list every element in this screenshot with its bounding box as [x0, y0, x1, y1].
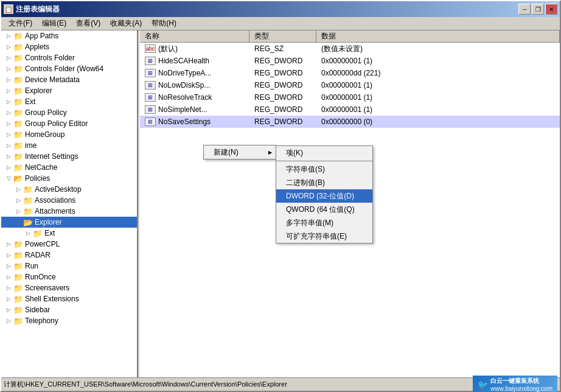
- tree-toggle-radar[interactable]: ▷: [4, 250, 13, 260]
- menu-bar: 文件(F) 编辑(E) 查看(V) 收藏夹(A) 帮助(H): [1, 17, 560, 30]
- reg-cell-type-nosimplenet: REG_DWORD: [249, 105, 316, 114]
- reg-cell-name-default: abc (默认): [140, 43, 249, 55]
- tree-toggle-homegroup[interactable]: ▷: [4, 130, 13, 139]
- tree-item-telephony[interactable]: ▷ 📁 Telephony: [1, 315, 137, 326]
- tree-item-screensavers[interactable]: ▷ 📁 Screensavers: [1, 282, 137, 293]
- reg-row-nolowdisksp[interactable]: ⊞ NoLowDiskSp... REG_DWORD 0x00000001 (1…: [140, 79, 560, 91]
- folder-icon-homegroup: 📁: [13, 130, 23, 139]
- tree-toggle-app-paths[interactable]: ▷: [4, 31, 13, 41]
- reg-row-nodrivetypea[interactable]: ⊞ NoDriveTypeA... REG_DWORD 0x000000dd (…: [140, 67, 560, 79]
- tree-item-app-paths[interactable]: ▷ 📁 App Paths: [1, 30, 137, 41]
- folder-icon-telephony: 📁: [13, 317, 23, 325]
- reg-icon-dword-4: ⊞: [145, 93, 156, 102]
- main-content: ▷ 📁 App Paths ▷ 📁 Applets ▷ 📁 Controls F…: [1, 30, 560, 377]
- close-button[interactable]: ✕: [545, 4, 557, 15]
- menu-help[interactable]: 帮助(H): [147, 17, 181, 30]
- tree-item-controls-wow64[interactable]: ▷ 📁 Controls Folder (Wow64: [1, 63, 137, 74]
- menu-file[interactable]: 文件(F): [4, 17, 37, 30]
- tree-toggle-run[interactable]: ▷: [4, 261, 13, 271]
- tree-item-group-policy-editor[interactable]: ▷ 📁 Group Policy Editor: [1, 118, 137, 129]
- logo-text: 白云一键重装系统 www.baiyunxitong.com: [490, 377, 552, 392]
- tree-item-internet-settings[interactable]: ▷ 📁 Internet Settings: [1, 151, 137, 162]
- tree-toggle-device-metadata[interactable]: ▷: [4, 75, 13, 85]
- menu-edit[interactable]: 编辑(E): [37, 17, 71, 30]
- tree-item-powercpl[interactable]: ▷ 📁 PowerCPL: [1, 239, 137, 250]
- window-icon: 📋: [4, 4, 13, 14]
- tree-item-controls-folder[interactable]: ▷ 📁 Controls Folder: [1, 52, 137, 63]
- tree-item-active-desktop[interactable]: ▷ 📁 ActiveDesktop: [1, 184, 137, 195]
- folder-icon-policies-ext: 📁: [33, 229, 43, 237]
- tree-item-attachments[interactable]: ▷ 📁 Attachments: [1, 206, 137, 217]
- tree-toggle-screensavers[interactable]: ▷: [4, 283, 13, 293]
- tree-toggle-ime[interactable]: ▷: [4, 141, 13, 150]
- tree-toggle-controls-wow64[interactable]: ▷: [4, 64, 13, 74]
- tree-toggle-policies-ext[interactable]: ▷: [23, 228, 33, 238]
- minimize-button[interactable]: ─: [518, 4, 531, 15]
- restore-button[interactable]: ❐: [532, 4, 544, 15]
- reg-cell-name-nosavesettings: ⊞ NoSaveSettings: [140, 117, 249, 127]
- tree-toggle-ext[interactable]: ▷: [4, 97, 13, 107]
- status-path: 计算机\HKEY_CURRENT_USER\Software\Microsoft…: [4, 380, 287, 389]
- tree-item-policies-ext[interactable]: ▷ 📁 Ext: [1, 228, 137, 239]
- tree-toggle-associations[interactable]: ▷: [13, 195, 23, 205]
- tree-toggle-group-policy-editor[interactable]: ▷: [4, 119, 13, 128]
- reg-row-nosavesettings[interactable]: ⊞ NoSaveSettings REG_DWORD 0x00000000 (0…: [140, 116, 560, 128]
- tree-toggle-shell-extensions[interactable]: ▷: [4, 294, 13, 304]
- reg-row-noresolvetrack[interactable]: ⊞ NoResolveTrack REG_DWORD 0x00000001 (1…: [140, 91, 560, 103]
- reg-cell-data-nolowdisksp: 0x00000001 (1): [316, 80, 560, 90]
- registry-panel: 名称 类型 数据 abc (默认) REG_SZ (数值未设置): [140, 30, 560, 377]
- reg-cell-type-default: REG_SZ: [249, 44, 316, 54]
- reg-cell-type-hidescahealth: REG_DWORD: [249, 56, 316, 66]
- tree-toggle-applets[interactable]: ▷: [4, 42, 13, 52]
- reg-icon-dword-6: ⊞: [145, 117, 156, 126]
- reg-cell-name-nolowdisksp: ⊞ NoLowDiskSp...: [140, 80, 249, 90]
- reg-cell-name-noresolvetrack: ⊞ NoResolveTrack: [140, 93, 249, 102]
- tree-toggle-attachments[interactable]: ▷: [13, 206, 23, 216]
- tree-toggle-group-policy[interactable]: ▷: [4, 108, 13, 117]
- tree-item-sidebar[interactable]: ▷ 📁 Sidebar: [1, 304, 137, 315]
- folder-icon-associations: 📁: [23, 196, 33, 205]
- reg-cell-type-nosavesettings: REG_DWORD: [249, 117, 316, 127]
- tree-item-policies-explorer[interactable]: ▽ 📂 Explorer: [1, 217, 137, 228]
- tree-toggle-sidebar[interactable]: ▷: [4, 305, 13, 315]
- col-header-name: 名称: [140, 30, 249, 42]
- tree-item-runonce[interactable]: ▷ 📁 RunOnce: [1, 271, 137, 282]
- reg-row-hidescahealth[interactable]: ⊞ HideSCAHealth REG_DWORD 0x00000001 (1): [140, 55, 560, 67]
- tree-toggle-powercpl[interactable]: ▷: [4, 239, 13, 249]
- tree-item-ext[interactable]: ▷ 📁 Ext: [1, 96, 137, 107]
- tree-item-run[interactable]: ▷ 📁 Run: [1, 261, 137, 271]
- folder-icon-controls-wow64: 📁: [13, 65, 23, 73]
- menu-view[interactable]: 查看(V): [71, 17, 105, 30]
- tree-item-shell-extensions[interactable]: ▷ 📁 Shell Extensions: [1, 293, 137, 304]
- tree-toggle-runonce[interactable]: ▷: [4, 272, 13, 282]
- registry-header: 名称 类型 数据: [140, 30, 560, 43]
- tree-item-device-metadata[interactable]: ▷ 📁 Device Metadata: [1, 74, 137, 85]
- tree-item-radar[interactable]: ▷ 📁 RADAR: [1, 250, 137, 261]
- reg-cell-name-nodrivetypea: ⊞ NoDriveTypeA...: [140, 68, 249, 78]
- tree-toggle-controls-folder[interactable]: ▷: [4, 53, 13, 63]
- reg-icon-dword-3: ⊞: [145, 81, 156, 89]
- tree-panel[interactable]: ▷ 📁 App Paths ▷ 📁 Applets ▷ 📁 Controls F…: [1, 30, 138, 377]
- tree-toggle-policies[interactable]: ▽: [4, 173, 13, 183]
- tree-toggle-explorer[interactable]: ▷: [4, 86, 13, 96]
- title-bar-buttons: ─ ❐ ✕: [518, 4, 557, 15]
- tree-item-netcache[interactable]: ▷ 📁 NetCache: [1, 162, 137, 173]
- tree-item-applets[interactable]: ▷ 📁 Applets: [1, 41, 137, 52]
- logo-url: www.baiyunxitong.com: [490, 385, 552, 392]
- tree-item-associations[interactable]: ▷ 📁 Associations: [1, 195, 137, 206]
- tree-item-explorer[interactable]: ▷ 📁 Explorer: [1, 85, 137, 96]
- menu-favorites[interactable]: 收藏夹(A): [105, 17, 147, 30]
- tree-item-group-policy[interactable]: ▷ 📁 Group Policy: [1, 107, 137, 118]
- reg-icon-dword-1: ⊞: [145, 57, 156, 65]
- tree-item-ime[interactable]: ▷ 📁 ime: [1, 140, 137, 151]
- tree-toggle-active-desktop[interactable]: ▷: [13, 184, 23, 194]
- tree-toggle-policies-explorer[interactable]: ▽: [13, 217, 23, 227]
- tree-item-policies[interactable]: ▽ 📂 Policies: [1, 173, 137, 184]
- tree-toggle-telephony[interactable]: ▷: [4, 316, 13, 326]
- tree-toggle-internet-settings[interactable]: ▷: [4, 152, 13, 161]
- tree-item-homegroup[interactable]: ▷ 📁 HomeGroup: [1, 129, 137, 140]
- folder-icon-active-desktop: 📁: [23, 185, 33, 194]
- tree-toggle-netcache[interactable]: ▷: [4, 163, 13, 172]
- reg-row-nosimplenet[interactable]: ⊞ NoSimpleNet... REG_DWORD 0x00000001 (1…: [140, 103, 560, 116]
- reg-row-default[interactable]: abc (默认) REG_SZ (数值未设置): [140, 43, 560, 55]
